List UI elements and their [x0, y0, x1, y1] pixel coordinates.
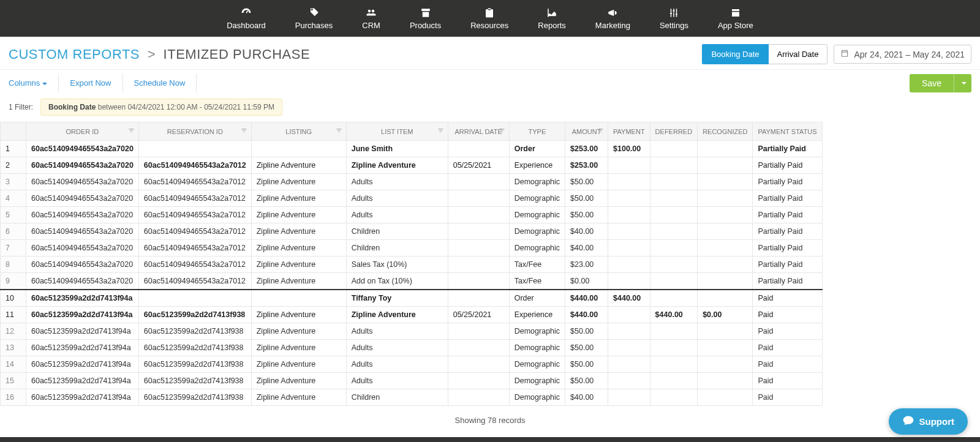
table-row[interactable]: 560ac5140949465543a2a702060ac51409494655… [1, 207, 823, 223]
col-label: DEFERRED [655, 128, 693, 135]
table-row[interactable]: 1260ac5123599a2d2d7413f94a60ac5123599a2d… [1, 323, 823, 340]
table-row[interactable]: 1360ac5123599a2d2d7413f94a60ac5123599a2d… [1, 340, 823, 356]
nav-item-products[interactable]: Products [395, 0, 456, 37]
col-list-item[interactable]: LIST ITEM [346, 122, 448, 141]
cell [448, 323, 509, 340]
clipboard-icon [483, 7, 496, 18]
col-rownum [1, 122, 26, 141]
cell [448, 273, 509, 290]
cell: Zipline Adventure [251, 307, 346, 323]
cell: Tax/Fee [509, 273, 565, 290]
cell [650, 190, 698, 207]
col-label: RESERVATION ID [167, 128, 223, 135]
filter-icon[interactable] [437, 127, 444, 135]
nav-item-marketing[interactable]: Marketing [581, 0, 645, 37]
cell: 05/25/2021 [448, 157, 509, 174]
cell: 60ac5140949465543a2a7020 [26, 223, 139, 240]
cell [251, 290, 346, 307]
nav-item-purchases[interactable]: Purchases [281, 0, 347, 37]
cell: Zipline Adventure [251, 240, 346, 257]
col-order-id[interactable]: ORDER ID [26, 122, 139, 141]
col-arrival-date[interactable]: ARRIVAL DATE [448, 122, 509, 141]
cell: $50.00 [565, 174, 608, 190]
table-row[interactable]: 360ac5140949465543a2a702060ac51409494655… [1, 174, 823, 190]
columns-button[interactable]: Columns [0, 73, 59, 92]
filter-icon[interactable] [499, 127, 505, 135]
cell [448, 207, 509, 223]
nav-item-reports[interactable]: Reports [523, 0, 581, 37]
table-row[interactable]: 1160ac5123599a2d2d7413f94a60ac5123599a2d… [1, 307, 823, 323]
nav-item-app-store[interactable]: App Store [703, 0, 768, 37]
col-recognized[interactable]: RECOGNIZED [698, 122, 753, 141]
arrival-date-toggle[interactable]: Arrival Date [769, 44, 828, 64]
cell: Zipline Adventure [251, 389, 346, 406]
save-button[interactable]: Save [910, 74, 954, 92]
col-payment-status[interactable]: PAYMENT STATUS [753, 122, 822, 141]
export-button[interactable]: Export Now [59, 73, 123, 92]
cell [650, 340, 698, 356]
save-dropdown-button[interactable] [954, 74, 971, 92]
col-label: LISTING [285, 128, 312, 135]
chevron-down-icon [962, 82, 967, 84]
filter-icon[interactable] [336, 127, 342, 135]
table-row[interactable]: 1460ac5123599a2d2d7413f94a60ac5123599a2d… [1, 356, 823, 373]
filter-icon[interactable] [128, 127, 135, 135]
cell [650, 389, 698, 406]
table-row[interactable]: 1560ac5123599a2d2d7413f94a60ac5123599a2d… [1, 373, 823, 389]
footer: Privacy Policy © 2021 Xola, Inc. [0, 437, 980, 442]
table-row[interactable]: 660ac5140949465543a2a702060ac51409494655… [1, 223, 823, 240]
table-row[interactable]: 760ac5140949465543a2a702060ac51409494655… [1, 240, 823, 257]
breadcrumb-root[interactable]: CUSTOM REPORTS [9, 47, 140, 62]
cell: Paid [753, 290, 822, 307]
nav-item-settings[interactable]: Settings [645, 0, 703, 37]
table-row[interactable]: 460ac5140949465543a2a702060ac51409494655… [1, 190, 823, 207]
col-amount[interactable]: AMOUNT [565, 122, 608, 141]
cell: Adults [346, 323, 448, 340]
nav-item-dashboard[interactable]: Dashboard [212, 0, 281, 37]
table-row[interactable]: 160ac5140949465543a2a7020June SmithOrder… [1, 141, 823, 157]
cell [698, 207, 753, 223]
cell [650, 207, 698, 223]
cell: 60ac5140949465543a2a7020 [26, 257, 139, 273]
grid-wrap[interactable]: ORDER IDRESERVATION IDLISTINGLIST ITEMAR… [0, 122, 980, 408]
filter-icon[interactable] [597, 127, 604, 135]
table-row[interactable]: 960ac5140949465543a2a702060ac51409494655… [1, 273, 823, 290]
table-row[interactable]: 860ac5140949465543a2a702060ac51409494655… [1, 257, 823, 273]
cell [698, 223, 753, 240]
box-icon [420, 7, 432, 18]
nav-label: CRM [362, 21, 380, 30]
col-type[interactable]: TYPE [509, 122, 565, 141]
table-row[interactable]: 260ac5140949465543a2a702060ac51409494655… [1, 157, 823, 174]
cell: 60ac5123599a2d2d7413f938 [138, 389, 251, 406]
col-payment[interactable]: PAYMENT [608, 122, 650, 141]
cell: Demographic [509, 240, 565, 257]
breadcrumb-sep: > [148, 47, 156, 62]
col-label: PAYMENT [613, 128, 645, 135]
filter-chip[interactable]: Booking Date between 04/24/2021 12:00 AM… [40, 99, 282, 116]
cell [448, 340, 509, 356]
col-listing[interactable]: LISTING [251, 122, 346, 141]
cell: Demographic [509, 174, 565, 190]
booking-date-toggle[interactable]: Booking Date [702, 44, 768, 64]
cell [698, 174, 753, 190]
people-icon [365, 7, 377, 18]
date-range-picker[interactable]: Apr 24, 2021 – May 24, 2021 [834, 45, 971, 64]
nav-item-resources[interactable]: Resources [456, 0, 523, 37]
support-button[interactable]: Support [889, 408, 968, 435]
cell: 60ac5140949465543a2a7020 [26, 240, 139, 257]
cell: $50.00 [565, 340, 608, 356]
cell: Partially Paid [753, 157, 822, 174]
nav-item-crm[interactable]: CRM [347, 0, 395, 37]
cell [608, 207, 650, 223]
col-label: ORDER ID [66, 128, 99, 135]
schedule-button[interactable]: Schedule Now [123, 73, 197, 92]
row-number: 1 [1, 141, 26, 157]
table-row[interactable]: 1660ac5123599a2d2d7413f94a60ac5123599a2d… [1, 389, 823, 406]
col-reservation-id[interactable]: RESERVATION ID [138, 122, 251, 141]
table-row[interactable]: 1060ac5123599a2d2d7413f94aTiffany ToyOrd… [1, 290, 823, 307]
col-deferred[interactable]: DEFERRED [650, 122, 698, 141]
record-count: Showing 78 records [0, 408, 980, 437]
filter-icon[interactable] [241, 127, 247, 135]
cell [698, 157, 753, 174]
tag-icon [308, 7, 320, 18]
